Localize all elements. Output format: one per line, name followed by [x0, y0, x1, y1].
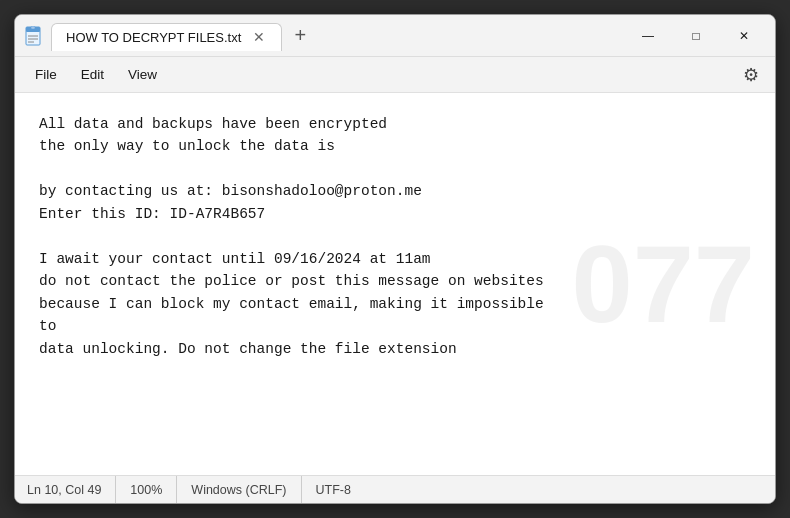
cursor-position: Ln 10, Col 49: [27, 476, 116, 503]
notepad-window: HOW TO DECRYPT FILES.txt ✕ + — □ ✕ File …: [14, 14, 776, 504]
document-text: All data and backups have been encrypted…: [39, 113, 751, 360]
text-editor-area[interactable]: 077 All data and backups have been encry…: [15, 93, 775, 475]
settings-icon[interactable]: ⚙: [735, 60, 767, 90]
menu-file[interactable]: File: [23, 63, 69, 86]
svg-rect-5: [31, 26, 35, 29]
line-ending: Windows (CRLF): [177, 476, 301, 503]
tab-title: HOW TO DECRYPT FILES.txt: [66, 30, 241, 45]
title-bar-left: HOW TO DECRYPT FILES.txt ✕ +: [23, 22, 314, 50]
menu-edit[interactable]: Edit: [69, 63, 116, 86]
status-bar: Ln 10, Col 49 100% Windows (CRLF) UTF-8: [15, 475, 775, 503]
active-tab[interactable]: HOW TO DECRYPT FILES.txt ✕: [51, 23, 282, 51]
tab-close-button[interactable]: ✕: [251, 30, 267, 44]
menu-view[interactable]: View: [116, 63, 169, 86]
encoding: UTF-8: [302, 476, 365, 503]
close-button[interactable]: ✕: [721, 20, 767, 52]
window-controls: — □ ✕: [625, 20, 767, 52]
maximize-button[interactable]: □: [673, 20, 719, 52]
add-tab-button[interactable]: +: [286, 22, 314, 50]
zoom-level: 100%: [116, 476, 177, 503]
app-icon: [23, 26, 43, 46]
menu-bar: File Edit View ⚙: [15, 57, 775, 93]
title-bar: HOW TO DECRYPT FILES.txt ✕ + — □ ✕: [15, 15, 775, 57]
minimize-button[interactable]: —: [625, 20, 671, 52]
